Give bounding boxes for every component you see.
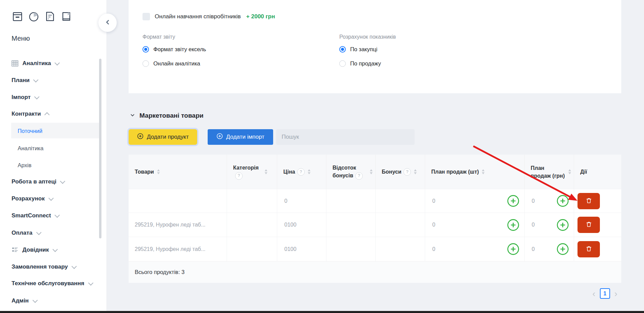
radio-button-selected[interactable] xyxy=(143,46,149,53)
chevron-down-icon xyxy=(55,60,60,65)
help-icon[interactable]: ? xyxy=(297,168,305,176)
radio-button-selected[interactable] xyxy=(339,46,346,53)
sort-icon[interactable] xyxy=(265,169,267,174)
column-header-price[interactable]: Ціна? xyxy=(277,155,326,189)
sort-icon[interactable] xyxy=(157,169,160,174)
sort-icon[interactable] xyxy=(482,169,485,174)
column-header-bonuses[interactable]: Бонуси? xyxy=(376,155,425,189)
sidebar-item-kontrakty[interactable]: Контракти xyxy=(12,110,49,118)
chevron-down-icon xyxy=(88,280,93,286)
chevron-down-icon xyxy=(53,247,58,252)
document-icon[interactable] xyxy=(44,10,56,23)
add-import-label: Додати імпорт xyxy=(226,134,265,140)
radio-online-analytics[interactable]: Онлайн аналітика xyxy=(143,60,200,67)
column-header-products[interactable]: Товари xyxy=(129,155,227,189)
cell-price: 0100 xyxy=(277,213,326,237)
sidebar-item-label: Імпорт xyxy=(12,94,31,101)
radio-by-purchase[interactable]: По закупці xyxy=(339,46,377,53)
plan-qty-value: 0 xyxy=(432,198,435,204)
sidebar-item-rozrakhunok[interactable]: Розрахунок xyxy=(12,194,53,203)
table-row: 0 0 0 xyxy=(129,189,621,213)
delete-row-button[interactable] xyxy=(577,217,600,233)
online-training-checkbox[interactable] xyxy=(143,13,150,20)
sidebar-item-zamovlennia-tovaru[interactable]: Замовлення товару xyxy=(12,262,76,271)
sidebar-item-robota-v-aptetsi[interactable]: Робота в аптеці xyxy=(12,177,64,186)
sort-icon[interactable] xyxy=(568,169,571,174)
sidebar-item-potochnyi[interactable]: Поточний xyxy=(18,126,42,135)
sidebar-item-analityka[interactable]: Аналітика xyxy=(11,59,59,68)
sidebar-item-plany[interactable]: Плани xyxy=(12,76,38,85)
report-format-group-label: Формат звіту xyxy=(143,34,175,40)
sidebar-item-label: Поточний xyxy=(18,128,42,134)
chevron-left-icon xyxy=(105,19,111,26)
pagination-page-1[interactable]: 1 xyxy=(600,288,610,299)
cell-product xyxy=(129,189,227,213)
cell-category xyxy=(227,237,277,261)
online-training-bonus: + 2000 грн xyxy=(246,13,275,20)
sidebar-item-oplata[interactable]: Оплата xyxy=(12,229,41,237)
radio-report-format-excel[interactable]: Формат звіту ексель xyxy=(143,46,206,53)
increment-plan-uah-button[interactable] xyxy=(556,195,569,208)
sidebar-item-arkhiv[interactable]: Архів xyxy=(18,161,32,170)
sort-icon[interactable] xyxy=(370,169,373,174)
delete-row-button[interactable] xyxy=(577,193,600,209)
radio-by-sales[interactable]: По продажу xyxy=(339,60,381,67)
cell-plan-qty: 0 xyxy=(425,213,525,237)
sidebar-item-dovidnyk[interactable]: Довідник xyxy=(11,246,57,254)
sort-icon[interactable] xyxy=(308,169,310,174)
cell-bonus-percent xyxy=(326,237,376,261)
sidebar: Меню Аналітика Плани Імпорт Контракти По… xyxy=(0,0,107,313)
plan-qty-value: 0 xyxy=(432,246,435,252)
help-icon[interactable]: ? xyxy=(355,172,363,180)
sidebar-item-label: Технічне обслуговування xyxy=(12,280,84,287)
marketed-section-header[interactable]: Маркетовані товари xyxy=(130,112,204,119)
column-header-label: План продаж (шт) xyxy=(431,168,479,176)
add-import-button[interactable]: Додати імпорт xyxy=(208,129,273,145)
radio-button-unselected[interactable] xyxy=(143,60,149,67)
sidebar-item-import[interactable]: Імпорт xyxy=(12,93,39,102)
table-row: 295219, Нурофен леді таб... 0100 0 0 xyxy=(129,237,621,261)
radio-button-unselected[interactable] xyxy=(339,60,346,67)
sidebar-scrollbar[interactable] xyxy=(99,59,101,238)
pie-chart-icon[interactable] xyxy=(28,10,40,23)
column-header-label: Ціна xyxy=(283,169,295,175)
cell-bonus-percent xyxy=(326,189,376,213)
sort-icon[interactable] xyxy=(414,169,417,174)
pagination-prev-icon[interactable]: ‹ xyxy=(592,289,595,298)
help-icon[interactable]: ? xyxy=(235,172,243,180)
column-header-category[interactable]: Категорія? xyxy=(227,155,277,189)
table-grid-icon xyxy=(11,60,19,67)
pagination: ‹ 1 › xyxy=(592,288,617,299)
column-header-label: Товари xyxy=(135,168,154,176)
delete-row-button[interactable] xyxy=(577,241,600,257)
chevron-down-icon xyxy=(33,77,39,82)
sidebar-item-label: Аналітика xyxy=(18,145,43,152)
chevron-down-icon xyxy=(36,230,41,235)
products-table: Товари Категорія? Ціна? Відсоток бонусів… xyxy=(129,155,621,283)
section-collapse-chevron-icon[interactable] xyxy=(130,113,135,119)
column-header-plan-qty[interactable]: План продаж (шт) xyxy=(425,155,525,189)
increment-plan-qty-button[interactable] xyxy=(507,195,519,208)
pagination-next-icon[interactable]: › xyxy=(614,289,618,298)
search-input[interactable] xyxy=(276,129,415,145)
archive-icon[interactable] xyxy=(12,10,23,23)
sidebar-item-admin[interactable]: Адмін xyxy=(12,296,37,305)
increment-plan-uah-button[interactable] xyxy=(556,218,569,231)
chevron-down-icon xyxy=(32,297,38,303)
increment-plan-qty-button[interactable] xyxy=(507,218,519,231)
sidebar-item-analityka-sub[interactable]: Аналітика xyxy=(18,144,43,153)
online-training-label: Онлайн навчання співробітників xyxy=(155,13,241,20)
cell-bonuses xyxy=(376,189,425,213)
sidebar-item-tekhnichne-obsluhovuvannia[interactable]: Технічне обслуговування xyxy=(12,279,93,288)
increment-plan-uah-button[interactable] xyxy=(556,243,569,256)
add-product-button[interactable]: Додати продукт xyxy=(129,129,197,145)
book-icon[interactable] xyxy=(60,10,72,23)
column-header-plan-uah[interactable]: План продаж (грн) xyxy=(525,155,574,189)
column-header-bonus-percent[interactable]: Відсоток бонусів? xyxy=(326,155,376,189)
increment-plan-qty-button[interactable] xyxy=(507,243,519,256)
settings-card: Онлайн навчання співробітників + 2000 гр… xyxy=(129,0,621,93)
sidebar-item-smartconnect[interactable]: SmartConnect xyxy=(12,211,59,220)
trash-icon xyxy=(585,197,593,206)
sidebar-collapse-button[interactable] xyxy=(98,14,117,32)
help-icon[interactable]: ? xyxy=(403,168,411,176)
